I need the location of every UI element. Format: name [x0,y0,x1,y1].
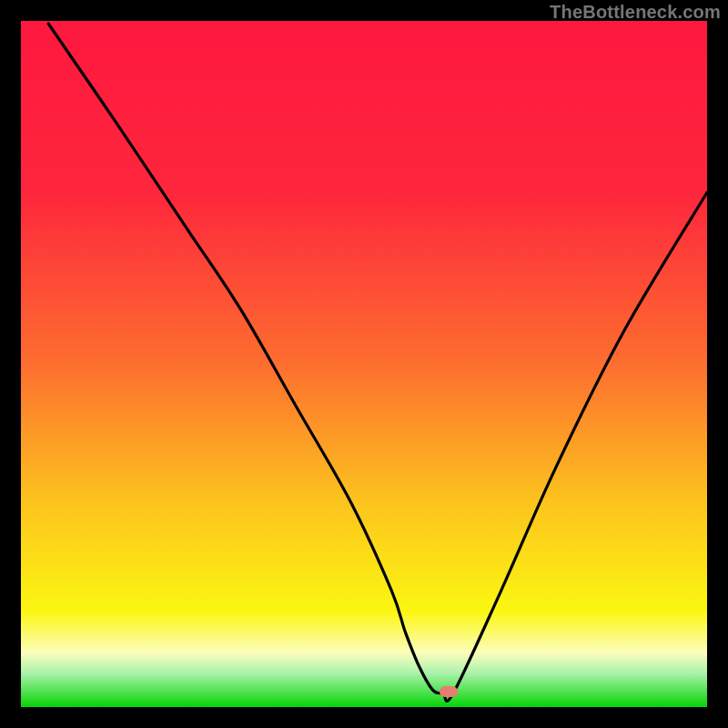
optimum-marker [440,686,458,697]
plot-area [21,21,707,707]
bottleneck-curve [21,21,707,707]
chart-frame: TheBottleneck.com [0,0,728,728]
watermark-text: TheBottleneck.com [550,2,721,23]
